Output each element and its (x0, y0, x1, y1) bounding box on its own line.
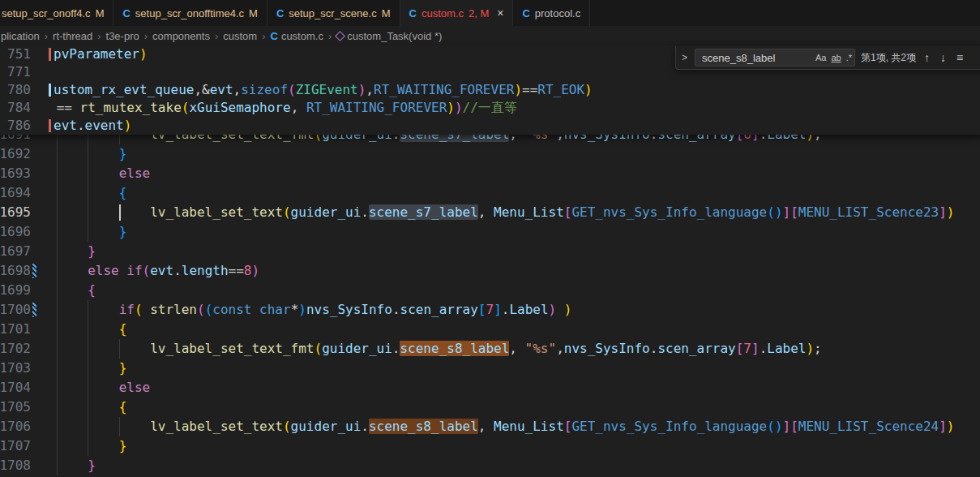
previous-match-button[interactable]: ↑ (922, 51, 932, 64)
indent-guide (119, 417, 120, 436)
code-line-1691[interactable]: 1691lv_label_set_text_fmt(guider_ui.scen… (0, 135, 980, 144)
tab-setup_scr_scene.c[interactable]: Csetup_scr_scene.cM (267, 0, 400, 26)
code-line-1705[interactable]: 1705{ (0, 398, 980, 417)
code-token: { (119, 185, 127, 200)
search-input[interactable] (700, 51, 813, 65)
c-file-icon: C (271, 30, 278, 42)
sticky-line-786[interactable]: 786evt.event) (0, 117, 980, 135)
line-number[interactable]: 1708 (0, 456, 31, 475)
breadcrumb-item-plication[interactable]: plication (1, 30, 40, 42)
code-line-1707[interactable]: 1707} (0, 436, 980, 456)
code-token: ) (584, 82, 593, 97)
code-token: ] (939, 204, 947, 220)
code-line-1697[interactable]: 1697} (0, 242, 980, 261)
line-number[interactable]: 1707 (0, 436, 31, 456)
code-line-1692[interactable]: 1692} (0, 144, 980, 164)
code-token: RT_WAITING_FOREVER (374, 82, 514, 97)
line-number[interactable]: 1702 (0, 339, 31, 359)
code-line-1706[interactable]: 1706lv_label_set_text(guider_ui.scene_s8… (0, 417, 980, 436)
tab-custom.c[interactable]: Ccustom.c2, M× (400, 0, 514, 26)
tab-protocol.c[interactable]: Cprotocol.c (513, 0, 590, 26)
line-number[interactable]: 1691 (0, 135, 31, 144)
code-token: , (478, 204, 494, 220)
code-line-1693[interactable]: 1693else (0, 164, 980, 183)
c-file-icon: C (276, 7, 284, 19)
code-line-1699[interactable]: 1699{ (0, 281, 980, 300)
line-number[interactable]: 784 (0, 99, 31, 117)
code-line-1708[interactable]: 1708} (0, 456, 980, 475)
line-number[interactable]: 751 (0, 45, 31, 63)
line-number[interactable]: 1695 (0, 203, 31, 222)
indent-guide (57, 242, 58, 261)
code-line-1698[interactable]: 1698else if(evt.length==8) (0, 261, 980, 281)
breadcrumb-item-rt-thread[interactable]: rt-thread (53, 30, 92, 42)
breadcrumb-item-components[interactable]: components (152, 30, 210, 42)
code-token: scen_array (400, 302, 478, 317)
line-number[interactable]: 1696 (0, 222, 31, 242)
line-number[interactable]: 786 (0, 117, 31, 135)
indent-guide (88, 183, 88, 203)
sticky-line-780[interactable]: 780ustom_rx_evt_queue,&evt,sizeof(ZIGEve… (0, 81, 980, 99)
line-number[interactable]: 1697 (0, 242, 31, 261)
code-token: ) (139, 46, 148, 62)
code-token: ) (564, 302, 572, 317)
code-line-1695[interactable]: 1695lv_label_set_text(guider_ui.scene_s7… (0, 203, 980, 222)
code-line-1704[interactable]: 1704else (0, 378, 980, 398)
code-token: , (509, 341, 524, 356)
breadcrumb-separator: › (144, 30, 148, 42)
next-match-button[interactable]: ↓ (938, 51, 948, 64)
line-number[interactable]: 1700 (0, 300, 31, 320)
tab-setup_scr_onofftime4.c[interactable]: Csetup_scr_onofftime4.cM (113, 0, 267, 26)
code-line-1696[interactable]: 1696} (0, 222, 980, 242)
code-token: . (361, 419, 369, 434)
partial-top-line[interactable]: 1691lv_label_set_text_fmt(guider_ui.scen… (0, 135, 980, 144)
indent-guide (57, 436, 58, 456)
breadcrumb-item-t3e-pro[interactable]: t3e-pro (106, 30, 139, 42)
code-token: Label (767, 135, 806, 142)
code-line-1701[interactable]: 1701{ (0, 320, 980, 339)
text-cursor (119, 204, 121, 221)
whole-word-icon[interactable]: ab (828, 52, 843, 63)
match-case-icon[interactable]: Aa (813, 52, 828, 63)
breadcrumb-item-custom_Task(void *)[interactable]: custom_Task(void *) (336, 30, 442, 42)
line-number[interactable]: 1693 (0, 164, 31, 183)
indent-guide (88, 222, 88, 242)
sticky-line-784[interactable]: 784== rt_mutex_take(xGuiSemaphore, RT_WA… (0, 99, 980, 117)
line-number[interactable]: 771 (0, 63, 31, 81)
breadcrumb-item-custom.c[interactable]: Ccustom.c (271, 30, 323, 42)
find-in-selection-icon[interactable]: ≡ (954, 51, 965, 64)
code-token: , (556, 135, 564, 142)
code-token: ] (751, 341, 760, 356)
code-line-1694[interactable]: 1694{ (0, 183, 980, 203)
code-token: sizeof (241, 82, 288, 97)
line-number[interactable]: 1701 (0, 320, 31, 339)
editor[interactable]: 751pvParameter)771780ustom_rx_evt_queue,… (0, 45, 980, 477)
code-token: ) (455, 100, 463, 115)
line-number[interactable]: 1694 (0, 183, 31, 203)
code-line-1703[interactable]: 1703} (0, 359, 980, 378)
code-token: ( (314, 341, 322, 356)
close-icon[interactable]: × (497, 6, 503, 19)
code-lines[interactable]: 1692}1693else1694{1695lv_label_set_text(… (0, 144, 980, 475)
regex-icon[interactable]: .* (844, 52, 854, 63)
line-number[interactable]: 1705 (0, 398, 31, 417)
tab-label: setup_scr_onofftime4.c (135, 7, 244, 19)
code-line-1700[interactable]: 1700if( strlen((const char*)nvs_SysInfo.… (0, 300, 980, 320)
toggle-replace-button[interactable]: > (680, 52, 689, 63)
indent-guide (57, 135, 58, 144)
code-token: GET_nvs_Sys_Info_language (571, 419, 767, 434)
line-number[interactable]: 780 (0, 81, 31, 99)
code-token: char (259, 302, 291, 317)
line-number[interactable]: 1699 (0, 281, 31, 300)
line-number[interactable]: 1703 (0, 359, 31, 378)
tab-setup_scr_onoff4.c[interactable]: setup_scr_onoff4.cM (0, 0, 113, 26)
line-number[interactable]: 1706 (0, 417, 31, 436)
tab-modified-badge: M (382, 7, 391, 19)
code-line-1702[interactable]: 1702lv_label_set_text_fmt(guider_ui.scen… (0, 339, 980, 359)
line-number[interactable]: 1698 (0, 261, 31, 281)
line-number[interactable]: 1692 (0, 144, 31, 164)
breadcrumb-label: custom (223, 30, 257, 42)
code-token: , (366, 82, 374, 97)
line-number[interactable]: 1704 (0, 378, 31, 398)
breadcrumb-item-custom[interactable]: custom (223, 30, 257, 42)
